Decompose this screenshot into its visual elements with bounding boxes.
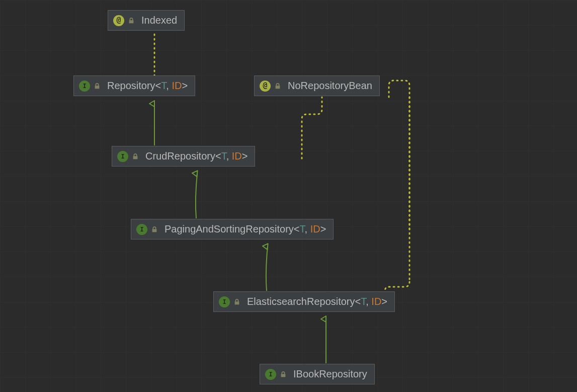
interface-icon: I	[79, 81, 90, 92]
interface-icon: I	[117, 151, 128, 162]
annotation-icon: @	[113, 15, 124, 26]
node-label: Indexed	[141, 15, 177, 26]
lock-icon	[151, 226, 158, 233]
annotation-icon: @	[260, 81, 271, 92]
node-pagingandsortingrepository[interactable]: I PagingAndSortingRepository<T, ID>	[131, 219, 334, 240]
interface-icon: I	[136, 224, 147, 235]
node-norepositorybean[interactable]: @ NoRepositoryBean	[254, 75, 380, 96]
node-label: NoRepositoryBean	[288, 80, 372, 92]
lock-icon	[280, 371, 287, 378]
lock-icon	[94, 83, 101, 90]
lock-icon	[132, 153, 139, 160]
node-ibookrepository[interactable]: I IBookRepository	[260, 364, 375, 384]
node-label: Repository<T, ID>	[107, 80, 188, 92]
node-label: PagingAndSortingRepository<T, ID>	[164, 223, 326, 235]
node-label: IBookRepository	[293, 368, 367, 380]
node-repository[interactable]: I Repository<T, ID>	[73, 75, 195, 96]
interface-icon: I	[265, 369, 276, 380]
interface-icon: I	[219, 296, 230, 307]
node-crudrepository[interactable]: I CrudRepository<T, ID>	[112, 146, 255, 167]
node-label: CrudRepository<T, ID>	[145, 150, 248, 162]
node-elasticsearchrepository[interactable]: I ElasticsearchRepository<T, ID>	[213, 291, 395, 312]
lock-icon	[233, 298, 240, 305]
node-label: ElasticsearchRepository<T, ID>	[247, 296, 387, 307]
node-indexed[interactable]: @ Indexed	[108, 10, 185, 31]
lock-icon	[128, 17, 135, 24]
diagram-connectors	[0, 0, 577, 392]
lock-icon	[274, 83, 281, 90]
background-grid	[0, 0, 577, 392]
